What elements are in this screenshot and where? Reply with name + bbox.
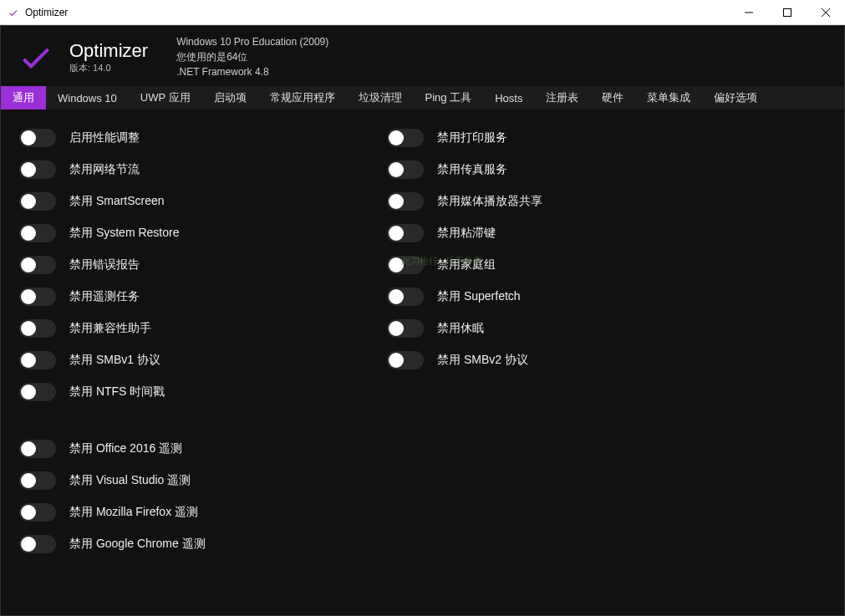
toggle-label: 启用性能调整 [69,130,140,145]
toggle-knob [389,353,404,368]
titlebar: Optimizer [0,0,845,25]
toggle-row-compat-assistant: 禁用兼容性助手 [9,313,327,344]
tab-windows10[interactable]: Windows 10 [46,86,129,109]
group-spacer [9,409,327,432]
toggle-row-system-restore: 禁用 System Restore [9,218,327,248]
toggle-knob [21,130,36,145]
tab-cleaner[interactable]: 垃圾清理 [347,86,414,109]
toggle-office-telemetry[interactable] [19,440,56,458]
toggle-row-ntfs-timestamp: 禁用 NTFS 时间戳 [9,377,327,407]
tab-startup[interactable]: 启动项 [202,86,258,109]
toggle-label: 禁用 SMBv2 协议 [437,353,528,368]
minimize-button[interactable] [730,0,768,25]
toggle-row-telemetry-tasks: 禁用遥测任务 [9,282,327,312]
toggle-row-homegroup: 禁用家庭组 [377,250,695,280]
toggle-knob [21,226,36,241]
toggle-row-print-service: 禁用打印服务 [377,123,695,153]
toggle-chrome-telemetry[interactable] [19,535,56,553]
toggle-knob [389,257,404,272]
window-title: Optimizer [25,7,730,18]
sysinfo-arch: 您使用的是64位 [176,49,328,64]
toggle-knob [389,162,404,177]
toggle-smartscreen[interactable] [19,192,56,211]
left-column: 启用性能调整 禁用网络节流 禁用 SmartScreen 禁用 System R… [9,123,327,602]
toggle-fax-service[interactable] [387,160,424,179]
maximize-button[interactable] [768,0,807,25]
toggle-label: 禁用遥测任务 [69,289,140,304]
toggle-system-restore[interactable] [19,224,56,242]
toggle-label: 禁用 SmartScreen [69,194,165,209]
tab-ping[interactable]: Ping 工具 [414,86,484,109]
toggle-label: 禁用 Visual Studio 遥测 [69,473,191,488]
toggle-knob [389,226,404,241]
toggle-sticky-keys[interactable] [387,224,424,242]
toggle-label: 禁用网络节流 [69,162,140,177]
toggle-homegroup[interactable] [387,256,424,274]
toggle-label: 禁用 Office 2016 遥测 [69,441,182,456]
toggle-knob [21,289,36,304]
toggle-ntfs-timestamp[interactable] [19,383,56,401]
toggle-label: 禁用粘滞键 [437,226,496,241]
system-info: Windows 10 Pro Education (2009) 您使用的是64位… [176,34,328,79]
sysinfo-dotnet: .NET Framework 4.8 [176,64,328,79]
toggle-superfetch[interactable] [387,288,424,306]
tab-options[interactable]: 偏好选项 [702,86,769,109]
toggle-compat-assistant[interactable] [19,319,56,338]
tab-common-apps[interactable]: 常规应用程序 [258,86,347,109]
toggle-label: 禁用家庭组 [437,257,496,272]
toggle-media-sharing[interactable] [387,192,424,211]
tab-hosts[interactable]: Hosts [483,86,534,109]
toggle-knob [389,289,404,304]
close-button[interactable] [807,0,845,25]
toggle-knob [21,537,36,552]
toggle-knob [21,473,36,488]
toggle-knob [389,130,404,145]
toggle-label: 禁用错误报告 [69,257,140,272]
toggle-network-throttling[interactable] [19,160,56,179]
app-version: 版本: 14.0 [69,62,148,74]
toggle-knob [21,257,36,272]
toggle-smbv1[interactable] [19,351,56,369]
tab-uwp[interactable]: UWP 应用 [129,86,202,109]
toggle-row-firefox-telemetry: 禁用 Mozilla Firefox 遥测 [9,497,327,527]
toggle-knob [389,321,404,336]
logo-icon [16,37,56,77]
toggle-knob [21,441,36,456]
tab-bar: 通用 Windows 10 UWP 应用 启动项 常规应用程序 垃圾清理 Pin… [1,86,844,109]
tab-general[interactable]: 通用 [1,86,46,109]
toggle-row-media-sharing: 禁用媒体播放器共享 [377,186,695,216]
toggle-row-error-reporting: 禁用错误报告 [9,250,327,280]
toggle-performance[interactable] [19,129,56,147]
toggle-row-network-throttling: 禁用网络节流 [9,155,327,185]
toggle-label: 禁用媒体播放器共享 [437,194,542,209]
toggle-hibernation[interactable] [387,319,424,338]
toggle-knob [21,194,36,209]
toggle-smbv2[interactable] [387,351,424,369]
toggle-knob [21,321,36,336]
toggle-firefox-telemetry[interactable] [19,503,56,522]
app-icon [7,6,20,19]
toggle-label: 禁用传真服务 [437,162,507,177]
tab-hardware[interactable]: 硬件 [590,86,635,109]
toggle-label: 禁用 SMBv1 协议 [69,353,160,368]
tab-integrator[interactable]: 菜单集成 [635,86,702,109]
toggle-print-service[interactable] [387,129,424,147]
svg-rect-1 [784,9,792,17]
toggle-knob [21,162,36,177]
app-title-block: Optimizer 版本: 14.0 [69,40,148,74]
toggle-knob [389,194,404,209]
toggle-row-vs-telemetry: 禁用 Visual Studio 遥测 [9,466,327,496]
tab-registry[interactable]: 注册表 [534,86,590,109]
toggle-row-chrome-telemetry: 禁用 Google Chrome 遥测 [9,529,327,559]
app-name: Optimizer [69,40,148,62]
toggle-telemetry-tasks[interactable] [19,288,56,306]
toggle-vs-telemetry[interactable] [19,471,56,490]
toggle-label: 禁用 Superfetch [437,289,521,304]
toggle-knob [21,353,36,368]
toggle-row-smbv1: 禁用 SMBv1 协议 [9,345,327,375]
toggle-error-reporting[interactable] [19,256,56,274]
toggle-label: 禁用 Google Chrome 遥测 [69,537,206,552]
toggle-label: 禁用 NTFS 时间戳 [69,384,165,400]
app-header: Optimizer 版本: 14.0 Windows 10 Pro Educat… [1,26,844,86]
app-body: Optimizer 版本: 14.0 Windows 10 Pro Educat… [0,25,845,616]
